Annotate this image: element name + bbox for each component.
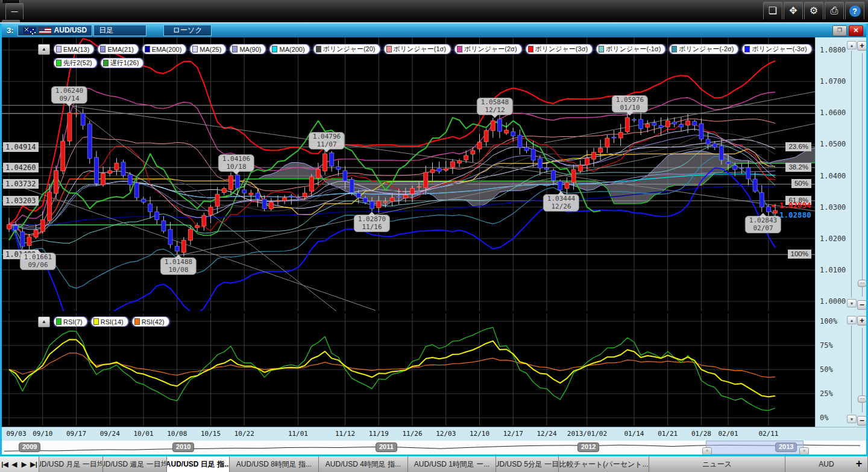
chart-tab-7[interactable]: AUD/USD 5分足 一目... (496, 456, 559, 472)
chart-window-titlebar[interactable]: 3: AUD/USD 日足 ローソク ❐ ✕ (2, 24, 866, 37)
year-badge-2010[interactable]: 2010 (172, 442, 194, 452)
chart-tab-5[interactable]: AUD/USD 4時間足 指... (319, 456, 408, 472)
indicator-toggle-bb_p1[interactable]: ボリンジャー(1σ) (384, 44, 451, 54)
indicator-toggle-ema21[interactable]: EMA(21) (98, 44, 138, 54)
rsi-zoom-in-button[interactable]: + (857, 316, 866, 326)
indicator-label-rsi14: RSI(14) (101, 318, 124, 326)
chart-type-panel[interactable]: ローソク (163, 25, 212, 36)
indicator-toggle-bb_m2[interactable]: ボリンジャー(-2σ) (669, 44, 738, 54)
currency-pair-panel[interactable]: AUD/USD (17, 25, 93, 36)
annotation-date: 12/12 (481, 107, 509, 115)
price-annotation: 1.0624009/14 (51, 86, 87, 104)
rsi-axis-label: 25% (820, 389, 833, 398)
rsi-canvas[interactable] (2, 313, 815, 426)
rsi-zoom-out-button[interactable]: − (857, 416, 866, 426)
fullscreen-icon[interactable]: ✥ (784, 2, 803, 20)
date-tick-label: 2013/01/02 (567, 430, 607, 438)
chart-tab-6[interactable]: AUD/USD 1時間足 ー... (408, 456, 496, 472)
date-axis: 09/0309/1009/1709/2410/0110/0810/1510/22… (2, 427, 866, 441)
rsi-scroll-down-button[interactable]: ▼ (847, 415, 857, 423)
year-badge-2012[interactable]: 2012 (577, 442, 599, 452)
fib-percent-label: 38.2% (785, 163, 811, 172)
close-window-button[interactable]: ✕ (849, 25, 863, 36)
indicator-toggle-bb_p3[interactable]: ボリンジャー(3σ) (526, 44, 593, 54)
fib-price-label-left: 1.04914 (3, 142, 39, 152)
help-icon[interactable]: ? (845, 2, 864, 20)
indicator-label-rsi42: RSI(42) (142, 318, 165, 326)
indicator-toggle-bb_m3[interactable]: ボリンジャー(-3σ) (742, 44, 811, 54)
price-axis-label: 1.0700 (820, 77, 846, 86)
tab-scroll-arrows: |◀◀▶▶| (0, 456, 39, 472)
add-chart-tab-button[interactable]: + (851, 456, 867, 472)
main-price-plot[interactable]: ▲EMA(13)EMA(21)EMA(200)MA(25)MA(90)MA(20… (2, 37, 815, 311)
indicator-toggle-bb20[interactable]: ボリンジャー(20) (313, 44, 380, 54)
price-annotation: 1.0148810/08 (160, 257, 197, 275)
main-scroll-track[interactable] (851, 51, 852, 298)
tab-prev-button[interactable]: ◀ (10, 461, 19, 468)
hand-icon[interactable]: ☝ (2, 0, 20, 3)
indicator-toggle-ema200[interactable]: EMA(200) (142, 44, 187, 54)
chart-tab-3[interactable]: AUD/USD 日足 指... (167, 456, 230, 472)
indicator-swatch-rsi14 (93, 318, 99, 325)
indicator-toggle-ma200[interactable]: MA(200) (269, 44, 309, 54)
tab-first-button[interactable]: |◀ (0, 461, 10, 468)
main-zoom-out-button[interactable]: − (857, 300, 866, 310)
price-axis-label: 1.0600 (820, 109, 846, 117)
rsi-scroll-track[interactable] (851, 326, 852, 414)
annotation-date: 01/10 (616, 104, 644, 112)
rsi-zoom-slider-handle[interactable]: −− (858, 395, 866, 403)
indicator-toggle-ema13[interactable]: EMA(13) (54, 44, 94, 54)
indicator-toggle-ma25[interactable]: MA(25) (190, 44, 226, 54)
chart-tab-9[interactable]: ニュース (649, 456, 785, 472)
rsi-scroll-up-button[interactable]: ▲ (847, 316, 857, 324)
indicator-swatch-bb_m2 (671, 46, 677, 52)
chart-tab-1[interactable]: AUD/USD 月足 一目均... (39, 456, 103, 472)
indicator-label-ema13: EMA(13) (63, 46, 89, 53)
main-legend-collapse-button[interactable]: ▲ (38, 44, 50, 55)
chart-tab-8[interactable]: 比較チャート(パーセント... (559, 456, 649, 472)
main-zoom-in-button[interactable]: + (857, 41, 866, 51)
year-badge-2011[interactable]: 2011 (376, 442, 397, 452)
indicator-toggle-rsi14[interactable]: RSI(14) (91, 316, 128, 327)
usa-flag-icon (39, 27, 52, 34)
main-toolbar: ▤▥Cal比❖✎▦◪+↖☝─╱∥∠□○△◇≣↙⌫⌫ALL ❏✥⚙⎙? (0, 0, 868, 22)
chart-tab-4[interactable]: AUD/USD 8時間足 指... (230, 456, 319, 472)
tab-next-button[interactable]: ▶ (19, 461, 29, 468)
tab-last-button[interactable]: ▶| (29, 461, 39, 468)
timeline-navigator[interactable]: ≡≡20092010201120122013 (2, 441, 866, 455)
timeframe-panel[interactable]: 日足 (93, 25, 146, 36)
indicator-toggle-rsi7[interactable]: RSI(7) (54, 316, 87, 327)
year-badge-2013[interactable]: 2013 (775, 442, 797, 452)
annotation-price: 1.04796 (313, 133, 341, 141)
year-badge-2009[interactable]: 2009 (19, 442, 40, 452)
main-scroll-up-button[interactable]: ▲ (847, 41, 857, 49)
horizontal-line-icon[interactable]: ─ (5, 3, 24, 20)
indicator-label-senkou2: 先行2(52) (63, 58, 92, 68)
rsi-plot[interactable]: ▲RSI(7)RSI(14)RSI(42) (2, 313, 815, 426)
window-number: 3: (7, 26, 14, 35)
navigator-right-handle[interactable]: ≡ (799, 447, 809, 455)
indicator-toggle-rsi42[interactable]: RSI(42) (132, 316, 169, 327)
indicator-toggle-bb_p2[interactable]: ボリンジャー(2σ) (454, 44, 522, 54)
navigator-left-handle[interactable]: ≡ (702, 447, 712, 455)
indicator-toggle-chikou[interactable]: 遅行1(26) (101, 58, 144, 68)
annotation-date: 02/07 (749, 225, 777, 233)
toolbar-right-group: ❏✥⚙⎙? (763, 2, 866, 20)
main-zoom-track[interactable] (862, 53, 863, 297)
indicator-toggle-ma90[interactable]: MA(90) (230, 44, 266, 54)
print-icon[interactable]: ⎙ (825, 2, 844, 20)
indicator-toggle-senkou2[interactable]: 先行2(52) (54, 58, 97, 68)
main-chart-canvas[interactable] (2, 37, 815, 311)
indicator-label-ema21: EMA(21) (107, 46, 133, 53)
date-tick-label: 10/22 (234, 430, 254, 438)
rsi-legend-collapse-button[interactable]: ▲ (38, 316, 50, 327)
indicator-toggle-bb_m1[interactable]: ボリンジャー(-1σ) (596, 44, 665, 54)
settings-gear-icon[interactable]: ⚙ (804, 2, 823, 20)
main-zoom-slider-handle[interactable]: −− (858, 280, 866, 287)
restore-window-button[interactable]: ❐ (832, 25, 847, 36)
new-window-icon[interactable]: ❏ (763, 2, 782, 20)
rsi-legend-row: RSI(7)RSI(14)RSI(42) (54, 316, 814, 327)
chart-tab-2[interactable]: AUD/USD 週足 一目均... (103, 456, 167, 472)
main-scroll-down-button[interactable]: ▼ (847, 299, 857, 307)
indicator-swatch-ema200 (145, 46, 150, 52)
